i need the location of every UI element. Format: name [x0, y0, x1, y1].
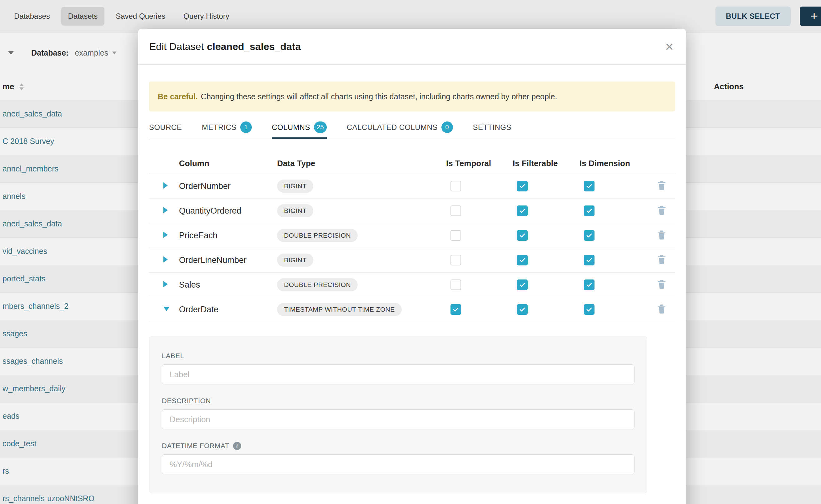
column-name: OrderDate	[179, 305, 218, 314]
is-dimension-cell	[580, 181, 655, 191]
is-dimension-checkbox[interactable]	[584, 304, 595, 315]
delete-cell	[655, 279, 675, 291]
modal-title-prefix: Edit Dataset	[149, 41, 204, 52]
datetime-format-input[interactable]	[162, 454, 635, 474]
data-type-cell: DOUBLE PRECISION	[277, 278, 446, 291]
trash-icon	[657, 230, 666, 240]
is-filterable-checkbox[interactable]	[517, 205, 528, 216]
description-field-group: DESCRIPTION	[162, 397, 635, 429]
warning-text: Changing these settings will affect all …	[201, 92, 557, 101]
tab-columns[interactable]: COLUMNS 25	[272, 117, 327, 139]
tab-label: SETTINGS	[473, 123, 512, 132]
checkmark-icon	[519, 306, 526, 313]
is-temporal-checkbox[interactable]	[451, 181, 461, 191]
is-dimension-checkbox[interactable]	[584, 255, 595, 265]
is-filterable-checkbox[interactable]	[517, 230, 528, 241]
is-temporal-checkbox[interactable]	[451, 255, 461, 265]
is-temporal-checkbox[interactable]	[451, 304, 461, 315]
label-input[interactable]	[162, 364, 635, 384]
column-name: OrderNumber	[179, 181, 230, 191]
expand-caret-icon[interactable]	[163, 207, 168, 213]
tab-label: COLUMNS	[272, 123, 310, 132]
is-dimension-checkbox[interactable]	[584, 230, 595, 241]
trash-icon	[657, 205, 666, 215]
tab-label: CALCULATED COLUMNS	[347, 123, 438, 132]
is-temporal-checkbox[interactable]	[451, 279, 461, 290]
expand-caret-icon[interactable]	[163, 281, 168, 287]
delete-cell	[655, 304, 675, 315]
info-icon: i	[233, 442, 241, 450]
is-filterable-checkbox[interactable]	[517, 279, 528, 290]
warning-banner: Be careful. Changing these settings will…	[149, 82, 675, 111]
data-type-badge: DOUBLE PRECISION	[277, 278, 358, 291]
tab-count-badge: 1	[240, 121, 252, 133]
checkmark-icon	[586, 232, 593, 239]
data-type-cell: BIGINT	[277, 254, 446, 267]
column-row: OrderLineNumber BIGINT	[149, 248, 675, 273]
delete-cell	[655, 180, 675, 192]
tab-label: SOURCE	[149, 123, 182, 132]
data-type-badge: DOUBLE PRECISION	[277, 229, 358, 242]
delete-cell	[655, 230, 675, 241]
is-filterable-checkbox[interactable]	[517, 181, 528, 191]
data-type-cell: DOUBLE PRECISION	[277, 229, 446, 242]
tab-count-badge: 0	[442, 121, 453, 133]
is-dimension-cell	[580, 255, 655, 265]
is-dimension-header: Is Dimension	[580, 159, 655, 168]
modal-tabs: SOURCE METRICS 1 COLUMNS 25 CALCULATED C…	[149, 117, 675, 139]
tab-settings[interactable]: SETTINGS	[473, 117, 512, 139]
label-field-group: LABEL	[162, 352, 635, 384]
close-icon[interactable]: ×	[665, 39, 674, 54]
trash-icon	[657, 180, 666, 191]
delete-column-button[interactable]	[657, 230, 666, 240]
delete-column-button[interactable]	[657, 180, 666, 191]
is-dimension-cell	[580, 230, 655, 241]
column-name-cell: OrderDate	[179, 305, 277, 314]
is-filterable-cell	[513, 181, 580, 191]
delete-column-button[interactable]	[657, 254, 666, 265]
checkmark-icon	[519, 257, 526, 264]
expand-caret-icon[interactable]	[163, 256, 168, 263]
delete-column-button[interactable]	[657, 304, 666, 314]
description-input[interactable]	[162, 409, 635, 429]
data-type-badge: BIGINT	[277, 204, 313, 217]
delete-cell	[655, 205, 675, 217]
is-filterable-checkbox[interactable]	[517, 255, 528, 265]
columns-table-header: Column Data Type Is Temporal Is Filterab…	[149, 153, 675, 174]
column-name: OrderLineNumber	[179, 255, 246, 265]
is-dimension-checkbox[interactable]	[584, 181, 595, 191]
tab-source[interactable]: SOURCE	[149, 117, 182, 139]
data-type-badge: TIMESTAMP WITHOUT TIME ZONE	[277, 303, 402, 316]
is-temporal-cell	[446, 181, 513, 191]
column-name-cell: QuantityOrdered	[179, 206, 277, 216]
is-temporal-checkbox[interactable]	[451, 205, 461, 216]
modal-title-dataset-name: cleaned_sales_data	[207, 41, 301, 52]
data-type-cell: BIGINT	[277, 204, 446, 217]
checkmark-icon	[519, 232, 526, 239]
is-dimension-checkbox[interactable]	[584, 279, 595, 290]
description-field-label: DESCRIPTION	[162, 397, 635, 405]
expand-caret-icon[interactable]	[163, 232, 168, 238]
is-dimension-checkbox[interactable]	[584, 205, 595, 216]
column-row: QuantityOrdered BIGINT	[149, 199, 675, 223]
tab-calculated-columns[interactable]: CALCULATED COLUMNS 0	[347, 117, 453, 139]
expand-caret-icon[interactable]	[163, 307, 170, 311]
column-name-cell: OrderNumber	[179, 181, 277, 191]
is-filterable-checkbox[interactable]	[517, 304, 528, 315]
column-row: Sales DOUBLE PRECISION	[149, 273, 675, 297]
expand-caret-icon[interactable]	[163, 182, 168, 189]
is-filterable-cell	[513, 279, 580, 290]
column-name-cell: OrderLineNumber	[179, 255, 277, 265]
data-type-badge: BIGINT	[277, 180, 313, 193]
tab-label: METRICS	[202, 123, 236, 132]
column-editor-panel: LABEL DESCRIPTION DATETIME FORMAT i	[149, 336, 647, 493]
data-type-cell: TIMESTAMP WITHOUT TIME ZONE	[277, 303, 446, 316]
is-filterable-header: Is Filterable	[513, 159, 580, 168]
is-dimension-cell	[580, 304, 655, 315]
is-temporal-checkbox[interactable]	[451, 230, 461, 241]
delete-column-button[interactable]	[657, 205, 666, 215]
delete-column-button[interactable]	[657, 279, 666, 289]
expand-cell	[149, 207, 179, 215]
expand-cell	[149, 281, 179, 289]
tab-metrics[interactable]: METRICS 1	[202, 117, 252, 139]
